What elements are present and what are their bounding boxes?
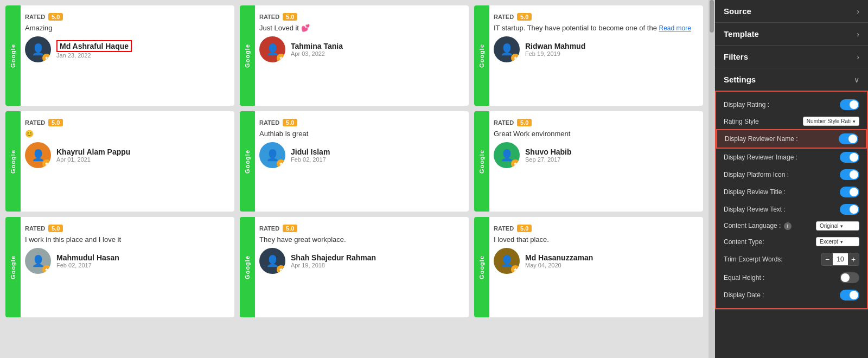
rated-row: RATED5.0 [259,225,461,232]
rating-style-label: Rating Style [724,118,759,125]
reviewer-date: Apr 19, 2018 [291,262,376,268]
rated-row: RATED5.0 [259,119,461,126]
scrollbar-thumb[interactable] [710,0,714,33]
content-type-label: Content Type: [724,238,764,246]
google-badge: Google [5,5,21,106]
source-section: Source › [715,0,868,23]
filters-title: Filters [724,52,748,61]
avatar-star-icon: ★ [42,265,51,274]
reviewer-row: 👤★Md HasanuzzamanMay 04, 2020 [494,248,695,274]
display-rating-toggle[interactable] [840,99,859,110]
avatar-star-icon: ★ [42,54,51,62]
rated-row: RATED5.0 [25,13,227,21]
trim-excerpt-stepper[interactable]: − 10 + [821,253,859,266]
reviewer-name: Md Hasanuzzaman [525,253,593,262]
equal-height-toggle[interactable] [840,272,859,283]
source-header[interactable]: Source › [715,0,868,22]
rated-label: RATED [25,225,45,232]
rating-style-chevron-icon: ▾ [853,119,856,124]
template-section: Template › [715,23,868,46]
rating-style-row: Rating Style Number Style Rati ▾ [724,113,859,129]
reviewer-date: Feb 02, 2017 [291,156,330,163]
settings-section: Settings ∨ Display Rating : Rating Style… [715,68,868,310]
display-review-text-label: Display Review Text : [724,206,786,213]
avatar: 👤★ [259,248,285,274]
reviewer-name: Ridwan Mahmud [525,42,585,50]
google-label: Google [244,150,251,174]
display-date-toggle[interactable] [840,290,859,301]
reviewer-name: Shah Shajedur Rahman [291,253,376,262]
google-badge: Google [240,111,255,212]
rated-row: RATED5.0 [259,13,461,21]
avatar-star-icon: ★ [277,54,285,62]
google-badge: Google [5,111,21,212]
content-language-info-icon: i [784,222,792,230]
google-badge: Google [474,217,489,317]
google-label: Google [244,44,251,68]
rated-label: RATED [259,119,279,126]
review-card: GoogleRATED5.0Amazing👤★Md Ashraful Haque… [5,5,234,106]
display-review-title-toggle[interactable] [840,187,859,197]
rating-badge: 5.0 [283,119,297,126]
settings-header[interactable]: Settings ∨ [715,68,868,91]
reviewer-row: 👤★Shuvo HabibSep 27, 2017 [494,142,695,168]
rating-badge: 5.0 [48,13,63,21]
reviewer-row: 👤★Tahmina TaniaApr 03, 2022 [259,36,461,62]
rating-badge: 5.0 [517,119,532,126]
avatar: 👤★ [259,36,285,62]
rated-label: RATED [25,119,45,126]
rated-label: RATED [25,14,45,20]
rating-style-select[interactable]: Number Style Rati ▾ [803,117,859,126]
avatar-star-icon: ★ [511,265,520,274]
rating-style-value: Number Style Rati [807,118,851,124]
review-card: GoogleRATED5.0I loved that place.👤★Md Ha… [474,217,703,317]
reviewer-date: Feb 02, 2017 [56,262,119,268]
rated-label: RATED [494,119,514,126]
review-card: GoogleRATED5.0They have great workplace.… [240,217,469,317]
right-panel: Source › Template › Filters › Settings ∨… [715,0,868,358]
display-platform-icon-toggle[interactable] [840,169,859,180]
review-card: GoogleRATED5.0😊👤★Khayrul Alam PappuApr 0… [5,111,234,212]
content-language-chevron-icon: ▾ [840,223,843,229]
read-more-link[interactable]: Read more [659,24,691,32]
content-type-value: Excerpt [820,239,838,245]
reviewer-date: May 04, 2020 [525,262,593,268]
review-title: 😊 [25,130,227,138]
template-header[interactable]: Template › [715,23,868,45]
equal-height-row: Equal Height : [724,269,859,286]
stepper-increase-button[interactable]: + [848,253,859,265]
content-language-row: Content Language : i Original ▾ [724,218,859,234]
filters-header[interactable]: Filters › [715,46,868,68]
stepper-decrease-button[interactable]: − [822,253,833,265]
display-platform-icon-row: Display Platform Icon : [724,166,859,183]
display-review-text-toggle[interactable] [840,204,859,215]
display-reviewer-name-toggle[interactable] [839,133,858,144]
avatar: 👤★ [494,36,520,62]
reviewer-name: Jidul Islam [291,148,330,156]
google-label: Google [244,255,251,279]
content-type-select[interactable]: Excerpt ▾ [816,237,859,246]
review-title: Amazing [25,24,227,32]
review-card: GoogleRATED5.0I work in this place and I… [5,217,234,317]
trim-excerpt-row: Trim Excerpt Words: − 10 + [724,250,859,269]
content-language-label: Content Language : i [724,222,792,230]
reviewer-row: 👤★Ridwan MahmudFeb 19, 2019 [494,36,695,62]
avatar: 👤★ [494,248,520,274]
reviewer-row: 👤★Mahmudul HasanFeb 02, 2017 [25,248,227,274]
review-title: Authlab is great [259,130,461,138]
reviewer-name: Md Ashraful Haque [56,40,132,52]
review-card: GoogleRATED5.0IT startup. They have pote… [474,5,703,106]
content-language-select[interactable]: Original ▾ [816,221,859,231]
rating-badge: 5.0 [283,13,297,21]
filters-section: Filters › [715,46,868,68]
rated-row: RATED5.0 [25,119,227,126]
display-reviewer-name-label: Display Reviewer Name : [725,135,798,143]
scrollbar[interactable] [709,0,715,358]
display-reviewer-image-toggle[interactable] [840,152,859,163]
google-badge: Google [474,111,489,212]
settings-title: Settings [724,75,756,84]
reviewer-date: Apr 01, 2021 [56,156,130,163]
display-reviewer-image-label: Display Reviewer Image : [724,154,797,161]
reviewer-row: 👤★Md Ashraful HaqueJan 23, 2022 [25,36,227,62]
reviewer-date: Sep 27, 2017 [525,156,572,163]
